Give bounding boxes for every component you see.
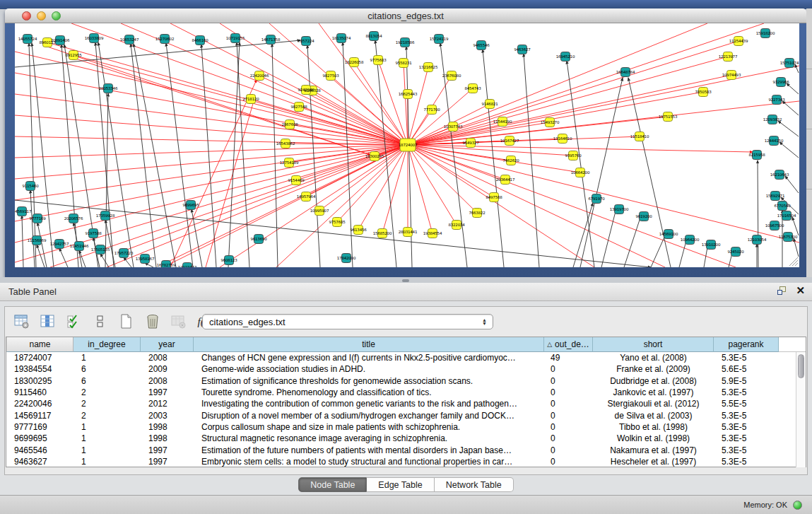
table-cell[interactable]: Jankovic et al. (1997) — [593, 387, 714, 398]
table-cell[interactable]: 1998 — [141, 433, 194, 444]
table-cell[interactable]: Embryonic stem cells: a model to study s… — [194, 456, 544, 467]
table-cell[interactable]: 0 — [544, 444, 593, 455]
table-row[interactable]: 977716911998Corpus callosum shape and si… — [6, 421, 797, 433]
column-header-in_degree[interactable]: in_degree — [73, 337, 141, 352]
table-row[interactable]: 1456911722003Disruption of a novel membe… — [6, 409, 797, 421]
graph-edge[interactable] — [105, 93, 108, 267]
table-cell[interactable]: 5.3E-5 — [714, 456, 779, 467]
table-cell[interactable]: 0 — [544, 409, 593, 421]
graph-edge[interactable] — [408, 67, 428, 145]
graph-edge[interactable] — [524, 54, 539, 267]
table-cell[interactable]: Dudbridge et al. (2008) — [593, 375, 714, 387]
column-header-name[interactable]: name — [6, 337, 73, 352]
graph-edge[interactable] — [107, 145, 408, 267]
graph-edge[interactable] — [237, 42, 249, 267]
table-cell[interactable]: 5.9E-5 — [714, 375, 779, 387]
graph-edge[interactable] — [15, 73, 408, 145]
graph-edge[interactable] — [795, 64, 799, 73]
table-cell[interactable]: 2008 — [141, 375, 194, 387]
column-header-out_de[interactable]: △out_de… — [544, 337, 593, 352]
graph-edge[interactable] — [408, 145, 477, 213]
table-cell[interactable]: 1997 — [141, 387, 194, 398]
graph-edge[interactable] — [782, 101, 799, 115]
table-cell[interactable]: Tibbo et al. (1998) — [593, 421, 714, 433]
table-cell[interactable]: 1 — [73, 421, 141, 433]
column-header-pagerank[interactable]: pagerank — [714, 337, 779, 352]
graph-edge[interactable] — [15, 52, 408, 145]
graph-edge[interactable] — [408, 145, 736, 267]
table-row[interactable]: 1830029562008Estimation of significance … — [6, 375, 797, 387]
table-cell[interactable]: 6 — [73, 375, 141, 387]
table-cell[interactable]: 18724007 — [6, 352, 73, 363]
graph-edge[interactable] — [408, 145, 433, 233]
delete-column-icon[interactable] — [170, 313, 188, 331]
table-cell[interactable]: Wolkin et al. (1998) — [593, 433, 714, 444]
new-table-icon[interactable] — [117, 313, 136, 331]
table-cell[interactable]: 1 — [73, 456, 141, 467]
graph-edge[interactable] — [299, 107, 408, 145]
graph-edge[interactable] — [785, 176, 799, 193]
table-cell[interactable]: 14569117 — [6, 409, 73, 421]
table-cell[interactable]: 2 — [73, 409, 141, 421]
graph-edge[interactable] — [408, 145, 457, 225]
graph-edge[interactable] — [22, 216, 23, 267]
graph-edge[interactable] — [794, 238, 799, 257]
table-cell[interactable]: Disruption of a novel member of a sodium… — [194, 409, 544, 421]
graph-edge[interactable] — [779, 142, 799, 158]
graph-edge[interactable] — [192, 209, 202, 267]
table-cell[interactable]: Corpus callosum shape and size in male p… — [194, 421, 544, 433]
table-cell[interactable]: 0 — [544, 375, 593, 387]
tab-network-table[interactable]: Network Table — [435, 477, 514, 492]
table-cell[interactable]: 0 — [544, 456, 593, 467]
graph-edge[interactable] — [296, 145, 408, 180]
graph-edge[interactable] — [778, 121, 799, 136]
graph-edge[interactable] — [307, 45, 320, 267]
table-cell[interactable]: 9115460 — [6, 387, 73, 398]
zoom-window-icon[interactable] — [52, 11, 61, 21]
graph-edge[interactable] — [795, 263, 798, 266]
table-cell[interactable]: 2 — [73, 398, 141, 409]
table-cell[interactable]: 6 — [73, 363, 141, 375]
graph-edge[interactable] — [100, 254, 109, 267]
graph-edge[interactable] — [408, 66, 799, 145]
table-row[interactable]: 1938455462009Genome-wide association stu… — [6, 363, 797, 375]
table-cell[interactable]: 1997 — [141, 444, 194, 455]
delete-table-icon[interactable] — [143, 313, 162, 331]
graph-edge[interactable] — [201, 45, 216, 267]
table-cell[interactable]: 5.5E-5 — [714, 398, 779, 409]
graph-edge[interactable] — [408, 117, 668, 145]
column-header-title[interactable]: title — [194, 337, 544, 352]
tab-edge-table[interactable]: Edge Table — [367, 477, 434, 492]
table-cell[interactable]: de Silva et al. (2003) — [593, 409, 714, 421]
table-cell[interactable]: 1 — [73, 433, 141, 444]
graph-edge[interactable] — [59, 248, 68, 267]
table-cell[interactable]: 2003 — [141, 409, 194, 421]
graph-edge[interactable] — [125, 145, 408, 250]
graph-edge[interactable] — [319, 145, 408, 211]
graph-edge[interactable] — [792, 260, 798, 266]
network-window-titlebar[interactable]: citations_edges.txt — [5, 8, 806, 23]
table-cell[interactable]: Hescheler et al. (1997) — [593, 456, 714, 467]
table-row[interactable]: 2242004622012Investigating the contribut… — [6, 398, 797, 409]
show-column-icon[interactable] — [39, 313, 57, 331]
graph-edge[interactable] — [483, 49, 504, 267]
table-row[interactable]: 946362711997Embryonic stem cells: a mode… — [6, 456, 797, 467]
table-cell[interactable]: Investigating the contribution of common… — [194, 398, 544, 409]
table-cell[interactable]: 1 — [73, 352, 141, 363]
graph-edge[interactable] — [343, 42, 353, 267]
close-panel-icon[interactable]: ✕ — [796, 286, 805, 296]
table-cell[interactable]: Genome-wide association studies in ADHD. — [194, 363, 544, 375]
table-settings-icon[interactable] — [13, 313, 31, 331]
table-cell[interactable]: 1 — [73, 444, 141, 455]
table-cell[interactable]: 1997 — [141, 456, 194, 467]
table-cell[interactable]: 9465546 — [6, 444, 73, 455]
table-cell[interactable]: 2 — [73, 387, 141, 398]
graph-edge[interactable] — [306, 90, 408, 145]
table-cell[interactable]: Estimation of significance thresholds fo… — [194, 375, 544, 387]
tab-node-table[interactable]: Node Table — [298, 477, 367, 492]
graph-edge[interactable] — [408, 88, 473, 145]
graph-edge[interactable] — [792, 217, 799, 235]
table-cell[interactable]: Franke et al. (2009) — [593, 363, 714, 375]
table-row[interactable]: 911546021997Tourette syndrome. Phenomeno… — [6, 387, 797, 398]
table-cell[interactable]: 2008 — [141, 352, 194, 363]
